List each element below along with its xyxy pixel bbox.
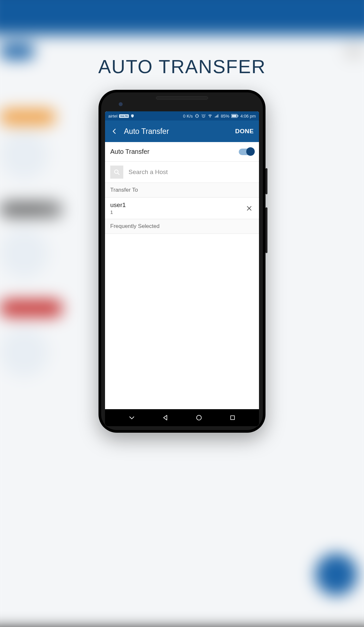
search-icon — [113, 169, 120, 176]
svg-rect-5 — [237, 115, 238, 117]
triangle-back-icon — [162, 414, 169, 421]
auto-transfer-label: Auto Transfer — [110, 148, 149, 155]
svg-line-7 — [118, 173, 119, 175]
square-recent-icon — [229, 414, 236, 421]
vibrate-icon — [195, 114, 199, 118]
auto-transfer-switch[interactable] — [239, 149, 254, 155]
chevron-down-icon — [128, 414, 135, 421]
page-title: Auto Transfer — [124, 127, 169, 136]
close-icon — [246, 205, 252, 212]
back-button[interactable] — [110, 127, 119, 136]
phone-earpiece — [156, 96, 208, 100]
chevron-left-icon — [111, 128, 118, 135]
svg-rect-0 — [196, 114, 198, 117]
svg-rect-4 — [232, 115, 236, 117]
nav-recent[interactable] — [228, 413, 237, 422]
promo-title: AUTO TRANSFER — [0, 56, 364, 77]
svg-point-2 — [210, 117, 210, 118]
status-netspeed: 0 K/s — [183, 114, 193, 119]
status-carrier: airtel — [108, 114, 117, 119]
alarm-icon — [201, 114, 206, 118]
phone-frame: airtel VoLTE 0 K/s — [99, 90, 265, 433]
app-bar: Auto Transfer DONE — [105, 121, 259, 142]
circle-home-icon — [195, 414, 203, 421]
signal-icon — [214, 114, 219, 118]
done-button[interactable]: DONE — [235, 128, 254, 135]
section-frequently-selected: Frequently Selected — [105, 219, 259, 234]
empty-content-area — [105, 234, 259, 409]
phone-side-button — [265, 168, 267, 194]
phone-screen: airtel VoLTE 0 K/s — [105, 111, 259, 426]
svg-point-11 — [196, 415, 201, 420]
selected-user-sub: 1 — [110, 209, 126, 215]
status-battery-pct: 85% — [221, 114, 229, 119]
shield-icon — [130, 114, 134, 118]
nav-chevron-down[interactable] — [128, 413, 136, 422]
auto-transfer-toggle-row: Auto Transfer — [105, 142, 259, 162]
search-button[interactable] — [110, 166, 123, 179]
selected-user-name: user1 — [110, 201, 126, 209]
phone-camera-dot — [119, 102, 123, 106]
section-transfer-to: Transfer To — [105, 183, 259, 198]
wifi-icon — [208, 114, 212, 118]
selected-user-row[interactable]: user1 1 — [105, 198, 259, 219]
phone-side-button — [265, 207, 267, 253]
svg-marker-10 — [163, 415, 167, 420]
switch-thumb — [246, 147, 255, 156]
android-nav-bar — [105, 409, 259, 426]
status-bar: airtel VoLTE 0 K/s — [105, 111, 259, 121]
nav-home[interactable] — [195, 413, 203, 422]
battery-icon — [231, 114, 238, 118]
volte-badge: VoLTE — [119, 114, 129, 118]
clear-user-button[interactable] — [245, 204, 254, 213]
svg-rect-12 — [231, 416, 235, 420]
nav-back[interactable] — [161, 413, 170, 422]
bg-accepted-text: ccepted — [0, 201, 44, 215]
search-input[interactable]: Search a Host — [129, 169, 168, 176]
status-clock: 4:06 pm — [240, 114, 256, 119]
search-host-row: Search a Host — [105, 162, 259, 183]
